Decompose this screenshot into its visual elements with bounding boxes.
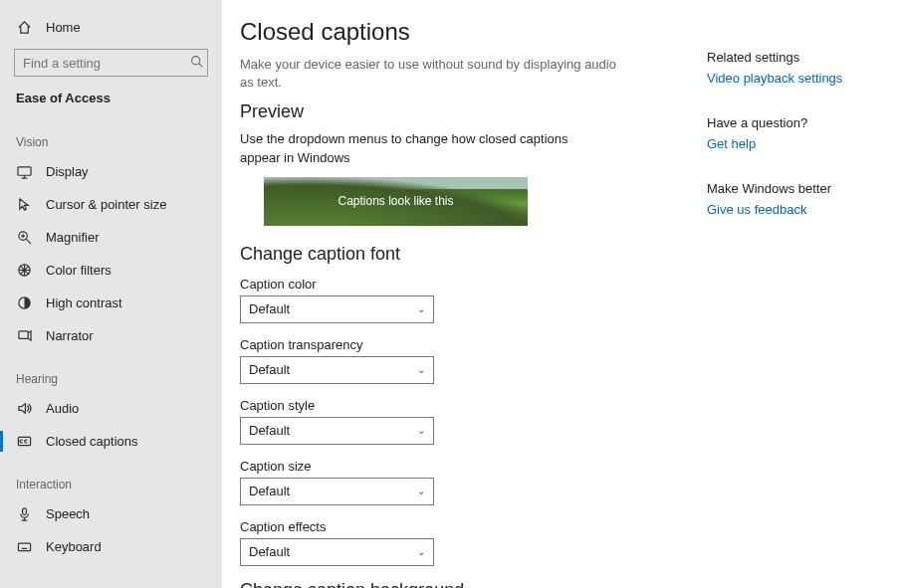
caption-effects-dropdown[interactable]: Default ⌄ (240, 538, 434, 566)
main-area: Closed captions Make your device easier … (222, 0, 900, 588)
sidebar-item-color-filters[interactable]: Color filters (0, 254, 222, 287)
sidebar-item-cursor[interactable]: Cursor & pointer size (0, 188, 222, 221)
sidebar-item-label: Closed captions (46, 434, 138, 449)
right-rail: Related settings Video playback settings… (707, 18, 876, 588)
caption-color-label: Caption color (240, 277, 667, 292)
dropdown-value: Default (249, 301, 290, 316)
caption-style-dropdown[interactable]: Default ⌄ (240, 417, 434, 445)
sidebar-item-display[interactable]: Display (0, 155, 222, 188)
chevron-down-icon: ⌄ (417, 303, 425, 314)
speech-icon (16, 506, 32, 521)
sidebar: Home Ease of Access Vision Display Curso… (0, 0, 222, 588)
svg-rect-7 (22, 508, 26, 515)
better-heading: Make Windows better (707, 181, 876, 196)
caption-color-dropdown[interactable]: Default ⌄ (240, 295, 434, 323)
font-section-heading: Change caption font (240, 244, 667, 265)
magnifier-icon (16, 230, 32, 245)
sidebar-item-label: Cursor & pointer size (46, 197, 166, 212)
question-heading: Have a question? (707, 115, 876, 130)
sidebar-item-label: Magnifier (46, 230, 99, 245)
sidebar-item-label: Narrator (46, 328, 94, 343)
home-button[interactable]: Home (0, 12, 222, 49)
caption-size-label: Caption size (240, 459, 667, 474)
chevron-down-icon: ⌄ (417, 425, 425, 436)
cursor-icon (16, 197, 32, 212)
sidebar-item-audio[interactable]: Audio (0, 392, 222, 425)
home-label: Home (46, 20, 81, 35)
filters-icon (16, 263, 32, 278)
contrast-icon (16, 295, 32, 310)
sidebar-item-label: Display (46, 164, 89, 179)
search-input[interactable] (14, 49, 208, 77)
group-title-interaction: Interaction (0, 458, 222, 497)
sidebar-item-closed-captions[interactable]: Closed captions (0, 425, 222, 458)
video-playback-settings-link[interactable]: Video playback settings (707, 71, 876, 86)
bg-section-heading: Change caption background (240, 580, 667, 588)
category-heading: Ease of Access (0, 77, 222, 115)
audio-icon (16, 401, 32, 416)
caption-transparency-dropdown[interactable]: Default ⌄ (240, 356, 434, 384)
dropdown-value: Default (249, 544, 290, 559)
sidebar-item-label: Color filters (46, 263, 112, 278)
svg-rect-5 (18, 331, 27, 339)
caption-style-label: Caption style (240, 398, 667, 413)
narrator-icon (16, 328, 32, 343)
sidebar-item-label: Speech (46, 506, 90, 521)
sidebar-item-label: Audio (46, 401, 79, 416)
keyboard-icon (16, 539, 32, 554)
dropdown-value: Default (249, 362, 290, 377)
related-settings-heading: Related settings (707, 50, 876, 65)
dropdown-value: Default (249, 423, 290, 438)
caption-size-dropdown[interactable]: Default ⌄ (240, 478, 434, 505)
chevron-down-icon: ⌄ (417, 364, 425, 375)
svg-rect-8 (18, 543, 30, 551)
sidebar-item-narrator[interactable]: Narrator (0, 319, 222, 352)
sidebar-item-magnifier[interactable]: Magnifier (0, 221, 222, 254)
caption-preview: Captions look like this (264, 177, 528, 226)
group-title-vision: Vision (0, 115, 222, 155)
sidebar-item-label: Keyboard (46, 539, 102, 554)
sidebar-item-label: High contrast (46, 295, 122, 310)
group-title-hearing: Hearing (0, 352, 222, 392)
preview-caption-text: Captions look like this (338, 194, 453, 208)
preview-heading: Preview (240, 101, 667, 122)
display-icon (16, 164, 32, 179)
sidebar-item-keyboard[interactable]: Keyboard (0, 530, 222, 563)
content-column: Closed captions Make your device easier … (240, 18, 667, 588)
caption-effects-label: Caption effects (240, 519, 667, 534)
search-field[interactable] (23, 56, 190, 71)
dropdown-value: Default (249, 484, 290, 498)
svg-rect-1 (17, 167, 30, 175)
sidebar-item-high-contrast[interactable]: High contrast (0, 287, 222, 319)
sidebar-item-speech[interactable]: Speech (0, 497, 222, 530)
page-description: Make your device easier to use without s… (240, 56, 618, 92)
get-help-link[interactable]: Get help (707, 136, 876, 151)
page-title: Closed captions (240, 18, 667, 46)
feedback-link[interactable]: Give us feedback (707, 202, 876, 217)
caption-transparency-label: Caption transparency (240, 337, 667, 352)
chevron-down-icon: ⌄ (417, 486, 425, 496)
search-icon (190, 55, 203, 71)
chevron-down-icon: ⌄ (417, 546, 425, 557)
svg-point-0 (192, 57, 200, 65)
home-icon (16, 20, 32, 35)
captions-icon (16, 434, 32, 449)
preview-hint: Use the dropdown menus to change how clo… (240, 130, 598, 166)
